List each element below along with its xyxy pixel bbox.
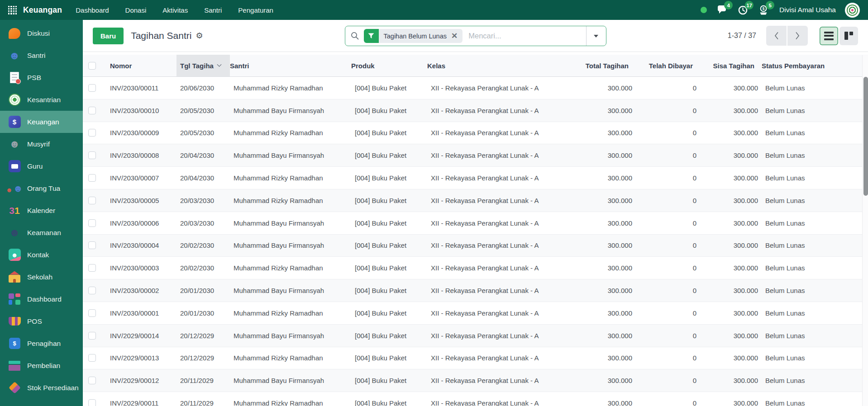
row-checkbox[interactable] bbox=[88, 84, 96, 92]
cell-santri: Muhammad Rizky Ramadhan bbox=[234, 129, 355, 137]
sidebar-item-stok-persediaan[interactable]: Stok Persediaan bbox=[0, 377, 83, 399]
row-checkbox[interactable] bbox=[88, 174, 96, 182]
table-row[interactable]: INV/2029/00011 20/11/2029 Muhammad Rizky… bbox=[83, 392, 868, 406]
chevron-left-icon bbox=[774, 32, 779, 40]
table-row[interactable]: INV/2030/00011 20/06/2030 Muhammad Rizky… bbox=[83, 77, 868, 99]
facet-remove-icon[interactable]: ✕ bbox=[451, 32, 458, 40]
sidebar-item-keamanan[interactable]: ☻ Keamanan bbox=[0, 222, 83, 244]
table-row[interactable]: INV/2029/00013 20/12/2029 Muhammad Rizky… bbox=[83, 347, 868, 370]
row-checkbox[interactable] bbox=[88, 197, 96, 204]
table-row[interactable]: INV/2030/00008 20/04/2030 Muhammad Bayu … bbox=[83, 144, 868, 167]
table-row[interactable]: INV/2030/00010 20/05/2030 Muhammad Bayu … bbox=[83, 99, 868, 122]
table-row[interactable]: INV/2030/00007 20/04/2030 Muhammad Rizky… bbox=[83, 167, 868, 189]
row-checkbox[interactable] bbox=[88, 354, 96, 362]
search-input[interactable] bbox=[468, 32, 586, 40]
row-checkbox[interactable] bbox=[88, 399, 96, 406]
pager-next-button[interactable] bbox=[787, 26, 808, 46]
row-checkbox[interactable] bbox=[88, 107, 96, 114]
cell-produk: [004] Buku Paket bbox=[355, 84, 431, 92]
scrollbar-thumb[interactable] bbox=[863, 77, 868, 196]
pembelian-icon bbox=[8, 359, 21, 373]
list-view-button[interactable] bbox=[820, 27, 838, 45]
row-checkbox[interactable] bbox=[88, 377, 96, 384]
cell-tgl: 20/01/2030 bbox=[180, 309, 234, 317]
user-avatar[interactable] bbox=[845, 3, 860, 18]
pager-range: 1-37 / 37 bbox=[728, 32, 756, 40]
navbar-menu-item-dashboard[interactable]: Dashboard bbox=[76, 6, 109, 14]
cell-santri: Muhammad Bayu Firmansyah bbox=[234, 151, 355, 159]
row-checkbox[interactable] bbox=[88, 332, 96, 340]
sidebar-item-partial[interactable]: K bbox=[0, 399, 83, 406]
row-checkbox[interactable] bbox=[88, 129, 96, 137]
messages-button[interactable]: 4 bbox=[716, 4, 728, 16]
cell-kelas: XII - Rekayasa Perangkat Lunak - A bbox=[431, 151, 569, 159]
row-checkbox[interactable] bbox=[88, 309, 96, 317]
table-row[interactable]: INV/2030/00009 20/05/2030 Muhammad Rizky… bbox=[83, 122, 868, 145]
cell-sisa: 300.000 bbox=[696, 354, 758, 362]
apps-grid-icon[interactable] bbox=[8, 6, 17, 14]
select-all-checkbox[interactable] bbox=[88, 62, 96, 70]
pager-previous-button[interactable] bbox=[766, 26, 787, 46]
sidebar-item-kalender[interactable]: 31 Kalender bbox=[0, 199, 83, 222]
col-header-kelas[interactable]: Kelas bbox=[427, 55, 565, 76]
col-header-santri[interactable]: Santri bbox=[230, 55, 351, 76]
sidebar-item-diskusi[interactable]: Diskusi bbox=[0, 22, 83, 44]
activities-button[interactable]: 17 bbox=[737, 4, 749, 16]
current-app-label[interactable]: Keuangan bbox=[23, 5, 62, 15]
cell-santri: Muhammad Rizky Ramadhan bbox=[234, 264, 355, 272]
row-checkbox[interactable] bbox=[88, 264, 96, 272]
kanban-view-icon bbox=[844, 32, 853, 40]
navbar-menu-item-donasi[interactable]: Donasi bbox=[125, 6, 147, 14]
navbar-menu-item-santri[interactable]: Santri bbox=[204, 6, 222, 14]
sidebar-item-musyrif[interactable]: ☻ Musyrif bbox=[0, 133, 83, 155]
table-row[interactable]: INV/2030/00006 20/03/2030 Muhammad Bayu … bbox=[83, 212, 868, 235]
cell-sisa: 300.000 bbox=[696, 377, 758, 384]
sidebar-item-dashboard[interactable]: Dashboard bbox=[0, 288, 83, 310]
sidebar-item-kesantrian[interactable]: Kesantrian bbox=[0, 89, 83, 111]
navbar-menu-item-pengaturan[interactable]: Pengaturan bbox=[238, 6, 273, 14]
sidebar-item-pos[interactable]: POS bbox=[0, 310, 83, 332]
table-row[interactable]: INV/2030/00004 20/02/2030 Muhammad Bayu … bbox=[83, 235, 868, 257]
gear-icon[interactable]: ⚙ bbox=[196, 32, 203, 40]
cash-collection-button[interactable]: $ 5 bbox=[758, 4, 769, 16]
col-header-nomor[interactable]: Nomor bbox=[110, 55, 180, 76]
sidebar-item-penagihan[interactable]: $ Penagihan bbox=[0, 332, 83, 354]
cell-produk: [004] Buku Paket bbox=[355, 129, 431, 137]
table-row[interactable]: INV/2030/00002 20/01/2030 Muhammad Bayu … bbox=[83, 279, 868, 302]
cell-santri: Muhammad Rizky Ramadhan bbox=[234, 354, 355, 362]
col-header-tgl-tagihan[interactable]: Tgl Tagiha bbox=[176, 55, 230, 76]
messages-badge: 4 bbox=[724, 1, 733, 9]
cell-tgl: 20/02/2030 bbox=[180, 241, 234, 249]
table-row[interactable]: INV/2030/00001 20/01/2030 Muhammad Rizky… bbox=[83, 302, 868, 325]
row-checkbox[interactable] bbox=[88, 287, 96, 294]
sidebar-item-sekolah[interactable]: Sekolah bbox=[0, 266, 83, 288]
row-checkbox[interactable] bbox=[88, 241, 96, 249]
table-row[interactable]: INV/2030/00005 20/03/2030 Muhammad Rizky… bbox=[83, 189, 868, 212]
col-header-produk[interactable]: Produk bbox=[351, 55, 427, 76]
cell-status: Belum Lunas bbox=[758, 287, 862, 294]
kanban-view-button[interactable] bbox=[839, 27, 858, 45]
col-header-total-tagihan[interactable]: Total Tagihan bbox=[565, 55, 629, 76]
sidebar-item-kontak[interactable]: ☻ Kontak bbox=[0, 244, 83, 266]
new-record-button[interactable]: Baru bbox=[93, 28, 124, 44]
sidebar-item-psb[interactable]: PSB bbox=[0, 66, 83, 89]
navbar-menu-item-aktivitas[interactable]: Aktivitas bbox=[162, 6, 188, 14]
col-header-sisa-tagihan[interactable]: Sisa Tagihan bbox=[693, 55, 754, 76]
sidebar-item-pembelian[interactable]: Pembelian bbox=[0, 354, 83, 377]
row-checkbox[interactable] bbox=[88, 219, 96, 227]
sidebar-item-santri[interactable]: ☻ Santri bbox=[0, 44, 83, 66]
search-dropdown-toggle[interactable] bbox=[586, 26, 606, 46]
table-row[interactable]: INV/2030/00003 20/02/2030 Muhammad Rizky… bbox=[83, 257, 868, 279]
col-header-telah-dibayar[interactable]: Telah Dibayar bbox=[629, 55, 693, 76]
keuangan-icon: $ bbox=[8, 115, 21, 129]
table-row[interactable]: INV/2029/00012 20/11/2029 Muhammad Bayu … bbox=[83, 369, 868, 392]
company-switcher[interactable]: Divisi Amal Usaha bbox=[779, 6, 836, 14]
row-checkbox[interactable] bbox=[88, 151, 96, 159]
sidebar-item-orang-tua[interactable]: ☻☻ Orang Tua bbox=[0, 177, 83, 199]
col-header-status-pembayaran[interactable]: Status Pembayaran bbox=[754, 55, 862, 76]
sidebar-item-guru[interactable]: Guru bbox=[0, 155, 83, 177]
sidebar-item-keuangan[interactable]: $ Keuangan bbox=[0, 111, 83, 133]
cell-santri: Muhammad Rizky Ramadhan bbox=[234, 399, 355, 406]
cell-dibayar: 0 bbox=[632, 332, 696, 340]
table-row[interactable]: INV/2029/00014 20/12/2029 Muhammad Bayu … bbox=[83, 325, 868, 347]
